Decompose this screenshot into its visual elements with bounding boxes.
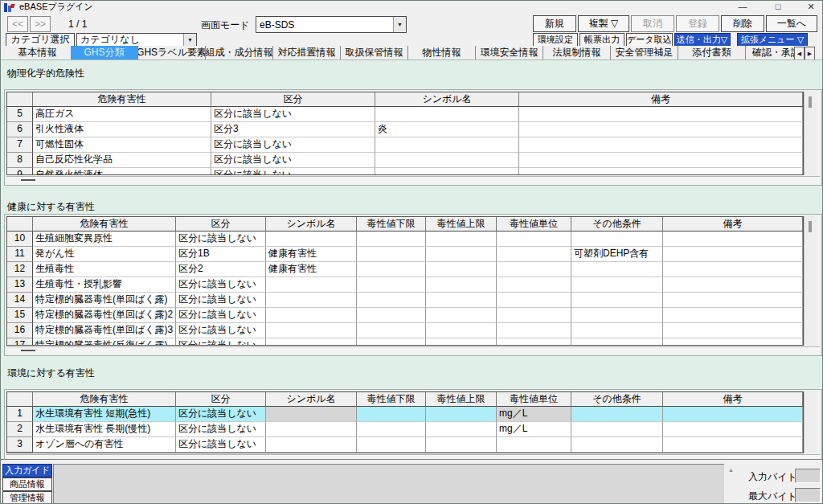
maximize-button[interactable]: □: [766, 2, 790, 11]
table-cell[interactable]: [266, 407, 357, 422]
table-cell[interactable]: 特定標的臓器毒性(反復ばく露): [33, 338, 176, 345]
column-header[interactable]: 備考: [663, 217, 803, 232]
table-cell[interactable]: [375, 153, 519, 168]
product-info-button[interactable]: 商品情報: [2, 477, 52, 491]
table-cell[interactable]: 特定標的臓器毒性(単回ばく露)3: [33, 323, 176, 338]
vertical-scrollbar[interactable]: [804, 391, 816, 453]
row-number[interactable]: 15: [7, 308, 33, 323]
table-cell[interactable]: [426, 308, 497, 323]
tab-scroll-right-icon[interactable]: ▶: [805, 47, 815, 60]
row-number[interactable]: 9: [7, 168, 33, 174]
table-cell[interactable]: [663, 338, 803, 345]
table-cell[interactable]: 生殖毒性: [33, 262, 176, 277]
table-cell[interactable]: [663, 293, 803, 308]
table-cell[interactable]: [663, 437, 803, 453]
tab-basic-info[interactable]: 基本情報: [4, 46, 71, 59]
extended-menu-button[interactable]: 拡張メニュー ▽: [737, 33, 808, 47]
to-list-button[interactable]: 一覧へ: [766, 15, 817, 32]
table-cell[interactable]: [571, 232, 663, 247]
table-cell[interactable]: [426, 407, 497, 422]
column-header[interactable]: 備考: [663, 392, 803, 407]
input-guide-button[interactable]: 入力ガイド: [2, 464, 52, 477]
delete-button[interactable]: 削除: [721, 15, 764, 32]
column-header[interactable]: 危険有害性: [33, 392, 176, 407]
vertical-scrollbar[interactable]: [804, 216, 816, 346]
report-output-button[interactable]: 帳票出力: [579, 33, 624, 47]
table-cell[interactable]: [497, 308, 571, 323]
column-header[interactable]: シンボル名: [266, 217, 357, 232]
scroll-thumb[interactable]: [21, 350, 35, 351]
scroll-up-icon[interactable]: ▲: [728, 467, 734, 473]
table-cell[interactable]: 生殖細胞変異原性: [33, 232, 176, 247]
table-cell[interactable]: 区分に該当しない: [176, 277, 266, 293]
category-select[interactable]: カテゴリなし ▼: [76, 33, 197, 47]
table-cell[interactable]: 区分2: [176, 262, 266, 277]
table-cell[interactable]: [426, 338, 497, 345]
table-cell[interactable]: [571, 293, 663, 308]
table-cell[interactable]: 区分に該当しない: [176, 422, 266, 437]
table-cell[interactable]: [497, 338, 571, 345]
row-number[interactable]: 16: [7, 323, 33, 338]
table-cell[interactable]: [357, 308, 426, 323]
minimize-button[interactable]: —: [731, 2, 755, 11]
column-header[interactable]: シンボル名: [266, 392, 357, 407]
row-number[interactable]: 6: [7, 122, 33, 137]
table-cell[interactable]: 区分に該当しない: [176, 308, 266, 323]
column-header[interactable]: 危険有害性: [33, 217, 176, 232]
table-cell[interactable]: mg／L: [497, 407, 571, 422]
prev-record-button[interactable]: <<: [7, 16, 28, 32]
table-cell[interactable]: 区分に該当しない: [176, 293, 266, 308]
tab-handling-storage[interactable]: 取扱保管情報: [340, 46, 407, 59]
table-cell[interactable]: [375, 137, 519, 153]
table-cell[interactable]: 水生環境有害性 長期(慢性): [33, 422, 176, 437]
tab-composition-info[interactable]: 組成・成分情報: [205, 46, 272, 59]
table-cell[interactable]: [375, 107, 519, 122]
table-cell[interactable]: 区分に該当しない: [176, 437, 266, 453]
scroll-thumb[interactable]: [809, 221, 812, 232]
table-cell[interactable]: [357, 247, 426, 262]
table-cell[interactable]: [571, 308, 663, 323]
table-cell[interactable]: 区分に該当しない: [176, 407, 266, 422]
column-header[interactable]: 毒性値下限: [357, 392, 426, 407]
table-cell[interactable]: 特定標的臓器毒性(単回ばく露): [33, 293, 176, 308]
row-number[interactable]: 5: [7, 107, 33, 122]
table-cell[interactable]: 炎: [375, 122, 519, 137]
horizontal-scrollbar[interactable]: [6, 346, 820, 354]
table-cell[interactable]: [497, 293, 571, 308]
table-cell[interactable]: [266, 308, 357, 323]
tab-scroll-left-icon[interactable]: ◀: [794, 47, 805, 60]
table-cell[interactable]: [497, 247, 571, 262]
data-import-button[interactable]: データ取込: [626, 33, 673, 47]
table-cell[interactable]: オゾン層への有害性: [33, 437, 176, 453]
table-cell[interactable]: 区分3: [211, 122, 375, 137]
table-cell[interactable]: 引火性液体: [33, 122, 211, 137]
table-cell[interactable]: 区分に該当しない: [211, 107, 375, 122]
table-cell[interactable]: 高圧ガス: [33, 107, 211, 122]
table-cell[interactable]: [426, 293, 497, 308]
tab-physical-properties[interactable]: 物性情報: [407, 46, 475, 59]
table-cell[interactable]: [519, 107, 803, 122]
column-header[interactable]: 備考: [519, 92, 803, 107]
table-cell[interactable]: [266, 277, 357, 293]
table-cell[interactable]: [426, 277, 497, 293]
guide-vertical-scrollbar[interactable]: ▲ ▼: [725, 464, 737, 504]
table-cell[interactable]: [497, 232, 571, 247]
column-header[interactable]: 毒性値単位: [497, 217, 571, 232]
column-header[interactable]: シンボル名: [375, 92, 519, 107]
table-cell[interactable]: mg／L: [497, 422, 571, 437]
row-number[interactable]: 3: [7, 437, 33, 453]
column-header[interactable]: 危険有害性: [33, 92, 211, 107]
send-output-button[interactable]: 送信・出力▽: [674, 33, 731, 47]
scroll-thumb[interactable]: [809, 96, 812, 108]
tab-ghs-classification[interactable]: GHS分類: [71, 46, 137, 59]
table-cell[interactable]: [663, 323, 803, 338]
table-cell[interactable]: [497, 262, 571, 277]
table-cell[interactable]: [571, 323, 663, 338]
table-cell[interactable]: [663, 262, 803, 277]
table-cell[interactable]: 区分1B: [176, 247, 266, 262]
row-number[interactable]: 12: [7, 262, 33, 277]
close-button[interactable]: ✕: [799, 2, 823, 12]
table-cell[interactable]: [663, 247, 803, 262]
table-cell[interactable]: 特定標的臓器毒性(単回ばく露)2: [33, 308, 176, 323]
table-cell[interactable]: 区分に該当しない: [211, 153, 375, 168]
